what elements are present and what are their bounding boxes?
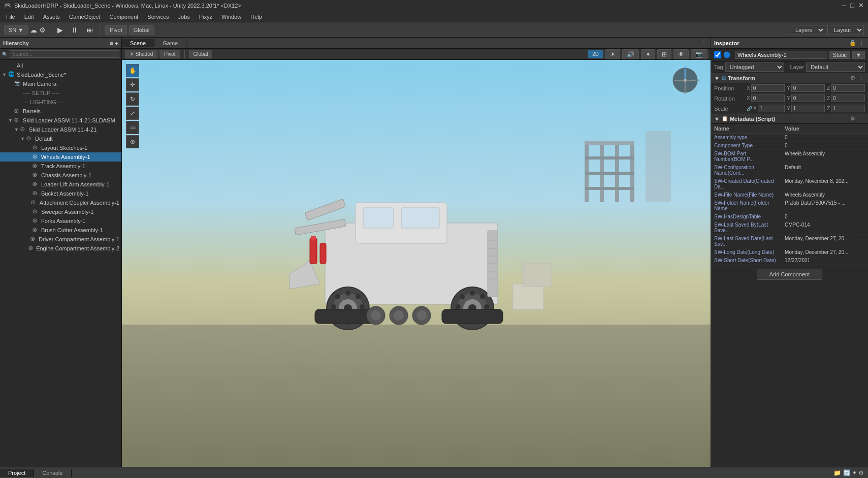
hierarchy-item-setup[interactable]: ▶---- SETUP ----	[0, 88, 121, 98]
scale-z-input[interactable]	[831, 105, 865, 112]
hierarchy-item-layout_sketches[interactable]: ▶◎Layout Sketches-1	[0, 143, 121, 152]
grid-btn[interactable]: ⊞	[657, 49, 671, 59]
hierarchy-item-bucket_assembly[interactable]: ▶◎Bucket Assembly-1	[0, 189, 121, 198]
position-z-input[interactable]	[831, 84, 865, 92]
title-bar-controls[interactable]: ─ □ ✕	[842, 2, 864, 9]
rotate-tool[interactable]: ↻	[126, 92, 139, 106]
pause-btn[interactable]: ⏸	[68, 25, 81, 35]
2d-mode-btn[interactable]: 2D	[588, 50, 603, 58]
metadata-header[interactable]: ▼ 📋 Metadata (Script) ⚙ ⋮	[711, 114, 868, 124]
hierarchy-add-icon[interactable]: +	[115, 40, 118, 46]
rect-tool[interactable]: ▭	[126, 121, 139, 134]
minimize-btn[interactable]: ─	[842, 2, 846, 9]
hierarchy-item-skidloader_scene[interactable]: ▼🌐SkidLoader_Scene*	[0, 70, 121, 79]
rotation-x-input[interactable]	[751, 94, 785, 102]
hierarchy-item-track_assembly[interactable]: ▶◎Track Assembly-1	[0, 162, 121, 171]
menu-services[interactable]: Services	[143, 13, 173, 21]
pivot-mode-btn[interactable]: Pivot	[159, 50, 180, 58]
hierarchy-item-default[interactable]: ▼◎Default	[0, 134, 121, 143]
scene-options-icon[interactable]: ⋮	[697, 40, 711, 46]
object-name-input[interactable]	[735, 51, 827, 59]
transform-more-btn[interactable]: ⚙	[849, 75, 856, 81]
move-tool[interactable]: ✛	[126, 78, 139, 91]
menu-gameobject[interactable]: GameObject	[65, 13, 105, 21]
folder-icon[interactable]: 📁	[833, 469, 841, 476]
metadata-row: SW-Last Saved By(Last Save...CMPC-014	[711, 221, 868, 235]
account-btn[interactable]: SN ▼	[4, 25, 28, 35]
menu-help[interactable]: Help	[246, 13, 266, 21]
menu-assets[interactable]: Assets	[39, 13, 64, 21]
hierarchy-item-skid_loader_assm[interactable]: ▼◎Skid Loader ASSM 11-4-21.SLDASM	[0, 116, 121, 125]
position-y-input[interactable]	[791, 84, 825, 92]
hierarchy-item-chassis_assembly[interactable]: ▶◎Chassis Assembly-1	[0, 171, 121, 180]
fx-btn[interactable]: ✦	[641, 49, 655, 59]
tab-scene[interactable]: Scene	[122, 39, 154, 47]
hierarchy-item-attachment_coupler[interactable]: ▶◎Attachment Coupler Assembly-1	[0, 198, 121, 207]
tab-console[interactable]: Console	[34, 469, 71, 477]
metadata-settings-btn[interactable]: ⚙	[849, 115, 856, 122]
menu-edit[interactable]: Edit	[20, 13, 38, 21]
transform-menu-btn[interactable]: ⋮	[857, 75, 865, 81]
hierarchy-item-main_camera[interactable]: ▶📷Main Camera	[0, 79, 121, 88]
audio-btn[interactable]: 🔊	[622, 49, 639, 59]
hierarchy-item-driver_compartment[interactable]: ▶◎Driver Compartment Assembly-1	[0, 235, 121, 244]
object-active-checkbox[interactable]	[714, 51, 721, 58]
tag-select[interactable]: Untagged	[725, 62, 784, 72]
rotation-z-input[interactable]	[831, 94, 865, 102]
rotation-y-input[interactable]	[791, 94, 825, 102]
transform-tool[interactable]: ⊕	[126, 135, 139, 148]
inspector-more-icon[interactable]: ⋮	[858, 39, 865, 47]
hand-tool[interactable]: ✋	[126, 64, 139, 77]
create-icon[interactable]: +	[853, 469, 856, 476]
gizmos-btn[interactable]: 👁	[673, 49, 689, 59]
light-btn[interactable]: ☀	[605, 49, 620, 59]
static-dropdown-btn[interactable]: ▼	[852, 51, 865, 59]
settings-icon-bottom[interactable]: ⚙	[858, 469, 864, 476]
menu-file[interactable]: File	[2, 13, 19, 21]
scale-y-input[interactable]	[791, 105, 825, 112]
hierarchy-item-brush_cutter[interactable]: ▶◎Brush Cutter Assembly-1	[0, 226, 121, 235]
hierarchy-search-input[interactable]	[10, 50, 119, 58]
transform-header[interactable]: ▼ ⊞ Transform ⚙ ⋮	[711, 73, 868, 83]
close-btn[interactable]: ✕	[858, 2, 864, 9]
scale-x-input[interactable]	[758, 105, 785, 112]
scale-tool[interactable]: ⤢	[126, 107, 139, 120]
menu-jobs[interactable]: Jobs	[174, 13, 194, 21]
inspector-lock-icon[interactable]: 🔒	[849, 39, 857, 47]
metadata-more-btn[interactable]: ⋮	[857, 115, 865, 122]
draw-mode-btn[interactable]: ☀ Shaded	[125, 50, 157, 58]
layer-select[interactable]: Default	[806, 62, 865, 72]
metadata-expand-icon: ▼	[714, 116, 720, 122]
layout-dropdown[interactable]: Layout	[827, 25, 864, 35]
static-btn[interactable]: Static	[829, 51, 851, 59]
hierarchy-item-wheels_assembly[interactable]: ▶◎Wheels Assembly-1	[0, 152, 121, 162]
maximize-btn[interactable]: □	[850, 2, 854, 9]
scene-view[interactable]: ✋ ✛ ↻ ⤢ ▭ ⊕ Y X Z	[122, 60, 711, 467]
hierarchy-item-all[interactable]: All	[0, 61, 121, 70]
menu-window[interactable]: Window	[217, 13, 245, 21]
add-component-btn[interactable]: Add Component	[757, 269, 823, 280]
hierarchy-item-engine_compartment[interactable]: ▶◎Engine Compartment Assembly-2	[0, 244, 121, 253]
global-mode-btn[interactable]: Global	[189, 50, 213, 58]
settings-icon[interactable]: ⚙	[39, 26, 46, 34]
pivot-btn[interactable]: Pivot	[105, 25, 126, 35]
hierarchy-item-forks_assembly[interactable]: ▶◎Forks Assembly-1	[0, 216, 121, 226]
menu-component[interactable]: Component	[105, 13, 142, 21]
position-x-input[interactable]	[751, 84, 785, 92]
hierarchy-menu-icon[interactable]: ≡	[110, 40, 113, 46]
cloud-icon[interactable]: ☁	[30, 26, 37, 34]
step-btn[interactable]: ⏭	[83, 25, 97, 35]
hierarchy-item-sweeper_assembly[interactable]: ▶◎Sweeper Assembly-1	[0, 207, 121, 216]
hierarchy-item-barrels[interactable]: ▶◎Barrels	[0, 107, 121, 116]
layers-dropdown[interactable]: Layers	[789, 25, 825, 35]
menu-pixyz[interactable]: Pixyz	[195, 13, 216, 21]
tab-project[interactable]: Project	[0, 469, 34, 477]
hierarchy-item-lighting[interactable]: ▶--- LIGHTING ---	[0, 98, 121, 107]
camera-btn[interactable]: 📷	[691, 49, 708, 59]
global-btn[interactable]: Global	[129, 25, 154, 35]
hierarchy-item-skid_loader_assm2[interactable]: ▼◎Skid Loader ASSM 11-4-21	[0, 125, 121, 134]
hierarchy-item-loader_lift[interactable]: ▶◎Loader Lift Arm Assembly-1	[0, 180, 121, 189]
play-btn[interactable]: ▶	[54, 25, 66, 35]
tab-game[interactable]: Game	[154, 39, 186, 47]
refresh-icon[interactable]: 🔄	[843, 469, 851, 476]
